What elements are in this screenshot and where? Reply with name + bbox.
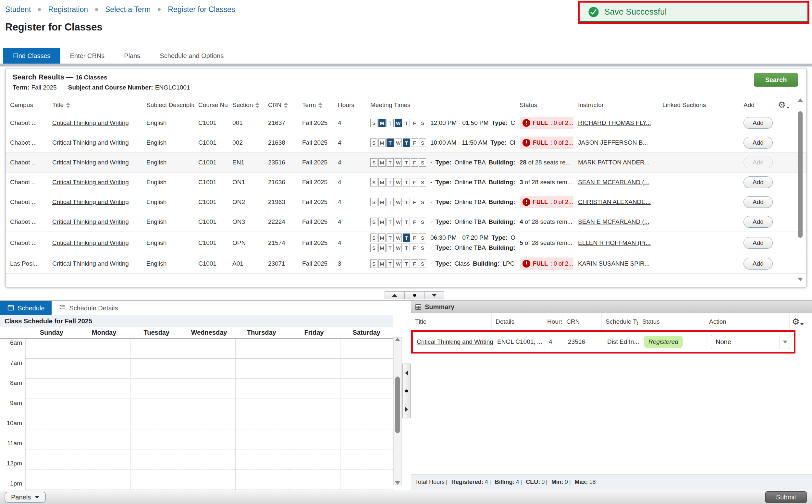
results-table-body: Chabot ...Critical Thinking and WritingE… [6, 113, 806, 274]
crn-cell: 22224 [263, 218, 297, 225]
calendar-icon [7, 304, 14, 313]
breadcrumb-link-student[interactable]: Student [5, 5, 31, 14]
day-box: F [411, 119, 418, 127]
instructor-link[interactable]: ELLEN R HOFFMAN (Pr... [578, 239, 651, 246]
day-box: T [386, 234, 394, 242]
day-box: M [378, 119, 385, 127]
settings-gear-icon[interactable]: ⚙ [792, 317, 804, 326]
add-cell: Add [739, 196, 788, 208]
reset-panels-button[interactable] [402, 382, 411, 400]
calendar-cell [235, 339, 288, 359]
action-select[interactable]: None [711, 335, 790, 349]
expand-up-button[interactable] [384, 291, 405, 299]
class-result-row: Chabot ...Critical Thinking and WritingE… [6, 153, 806, 173]
class-result-row: Chabot ...Critical Thinking and WritingE… [6, 133, 806, 153]
meeting-line: SMTWTFS- Type: Online TBA Building: CH [370, 198, 515, 206]
scroll-up-arrow[interactable] [798, 98, 803, 102]
sort-icon[interactable] [318, 102, 322, 108]
status-cell: !FULL: 0 of 2... [515, 117, 574, 129]
total-value: 4 [516, 479, 519, 486]
status-seats-remaining: 5 of 28 seats rem... [520, 239, 573, 246]
time-label: 6am [0, 339, 25, 359]
meeting-text: 12:00 PM - 01:50 PM Type: Class [430, 119, 515, 126]
expand-right-button[interactable] [402, 400, 411, 418]
hours-cell: 4 [333, 159, 366, 166]
class-result-row: Chabot ...Critical Thinking and WritingE… [6, 192, 806, 212]
course-title-link[interactable]: Critical Thinking and Writing [52, 119, 129, 126]
term-cell: Fall 2025 [297, 260, 333, 267]
add-button[interactable]: Add [744, 237, 773, 249]
course-title-link[interactable]: Critical Thinking and Writing [52, 239, 129, 246]
instructor-cell: ELLEN R HOFFMAN (Pr... [574, 239, 658, 246]
chevron-down-icon [800, 323, 804, 325]
sort-icon[interactable] [255, 102, 259, 108]
calendar-cell [183, 439, 235, 459]
class-result-row: Las Posi...Critical Thinking and Writing… [6, 254, 806, 274]
meeting-text: - Type: Online TBA Building: CH [430, 179, 515, 186]
day-box: W [394, 138, 402, 147]
column-header-meeting-times: Meeting Times [366, 102, 515, 109]
settings-gear-icon[interactable]: ⚙ [778, 101, 790, 109]
course-title-link[interactable]: Critical Thinking and Writing [52, 179, 129, 186]
instructor-link[interactable]: CHRISTIAN ALEXANDE... [578, 198, 651, 205]
add-button: Add [744, 157, 773, 168]
hours-cell: 4 [333, 179, 366, 186]
breadcrumb-link-select-a-term[interactable]: Select a Term [105, 5, 151, 14]
add-button[interactable]: Add [744, 196, 773, 208]
class-result-row: Chabot ...Critical Thinking and WritingE… [6, 212, 806, 232]
breadcrumb-link-registration[interactable]: Registration [48, 5, 88, 14]
scroll-up-arrow[interactable] [395, 338, 400, 341]
tab-find-classes[interactable]: Find Classes [3, 48, 60, 64]
add-button[interactable]: Add [744, 176, 773, 188]
instructor-link[interactable]: RICHARD THOMAS FLY... [578, 119, 651, 126]
course-title-link[interactable]: Critical Thinking and Writing [52, 159, 129, 166]
sort-icon[interactable] [284, 102, 288, 108]
day-box: S [419, 244, 426, 252]
instructor-link[interactable]: JASON JEFFERSON B... [578, 139, 648, 146]
expand-down-button[interactable] [424, 291, 444, 299]
column-header-section: Section [228, 102, 263, 109]
schedule-panel: ScheduleSchedule Details Class Schedule … [0, 301, 393, 490]
course-title-link[interactable]: Critical Thinking and Writing [52, 139, 129, 146]
instructor-link[interactable]: KARIN SUSANNE SPIR... [578, 260, 650, 267]
instructor-link[interactable]: SEAN E MCFARLAND (... [578, 179, 649, 186]
breadcrumb-link-register-for-classes: Register for Classes [168, 5, 235, 14]
sort-icon[interactable] [66, 102, 70, 108]
status-badge-full: !FULL: 0 of 2... [520, 196, 574, 208]
tab-plans[interactable]: Plans [114, 48, 150, 64]
course-title-link[interactable]: Critical Thinking and Writing [52, 260, 129, 267]
calendar-cell [288, 359, 340, 379]
status-cell: !FULL: 0 of 2... [515, 258, 574, 270]
summary-schedule-type-cell: Dist Ed In... [603, 332, 640, 352]
instructor-link[interactable]: MARK PATTON ANDER... [578, 159, 650, 166]
bottom-bar: Panels Submit [0, 490, 812, 504]
reset-panels-button[interactable] [404, 291, 425, 299]
day-box: T [403, 178, 410, 186]
day-box: M [378, 178, 385, 186]
panels-button[interactable]: Panels [5, 492, 46, 503]
instructor-link[interactable]: SEAN E MCFARLAND (... [578, 218, 649, 225]
tab-schedule[interactable]: Schedule [0, 301, 52, 315]
meeting-times-cell: SMTWTFS10:00 AM - 11:50 AM Type: Class [366, 137, 515, 149]
tab-schedule-details[interactable]: Schedule Details [52, 301, 125, 315]
subject-cell: English [142, 119, 194, 126]
scrollbar-thumb[interactable] [798, 111, 803, 238]
add-button[interactable]: Add [744, 117, 773, 129]
search-button[interactable]: Search [754, 73, 798, 87]
add-button[interactable]: Add [744, 258, 773, 270]
scroll-down-arrow[interactable] [798, 278, 803, 281]
tab-enter-crns[interactable]: Enter CRNs [60, 48, 115, 64]
scrollbar-thumb[interactable] [395, 377, 400, 433]
course-title-link[interactable]: Critical Thinking and Writing [52, 218, 129, 225]
expand-left-button[interactable] [402, 364, 411, 382]
summary-course-title-link[interactable]: Critical Thinking and Writing [417, 338, 493, 345]
course-title-link[interactable]: Critical Thinking and Writing [52, 198, 129, 205]
time-label: 10am [0, 419, 25, 439]
sort-asc-icon [284, 102, 288, 105]
add-button[interactable]: Add [744, 216, 773, 228]
tab-schedule-and-options[interactable]: Schedule and Options [150, 48, 233, 64]
add-button[interactable]: Add [744, 137, 773, 149]
submit-button[interactable]: Submit [765, 491, 807, 503]
scroll-down-arrow[interactable] [395, 481, 400, 485]
meeting-times-cell: SMTWTFS12:00 PM - 01:50 PM Type: Class [366, 117, 515, 129]
